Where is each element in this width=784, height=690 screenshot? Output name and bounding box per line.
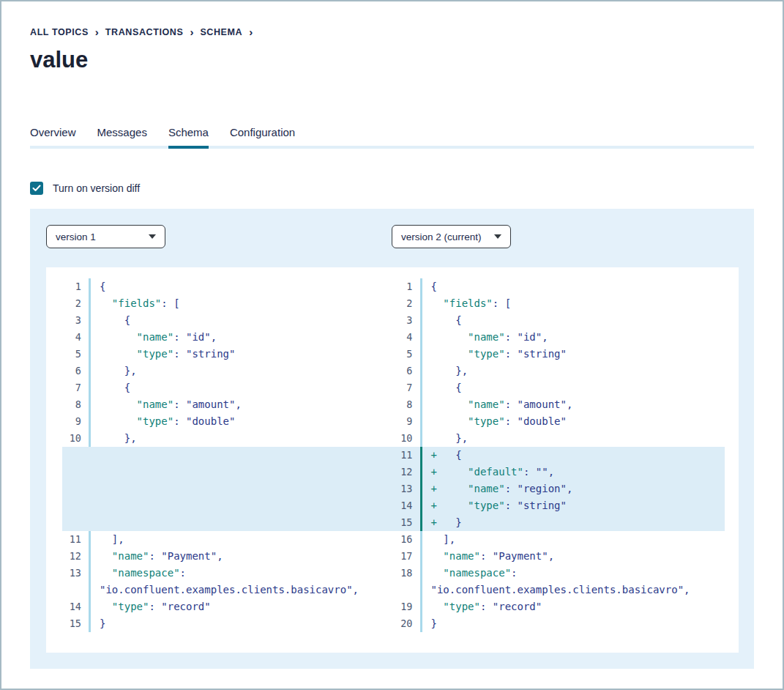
code-line-right: "namespace": xyxy=(422,565,725,582)
line-number-right: 14 xyxy=(394,497,420,514)
tab-messages[interactable]: Messages xyxy=(97,126,147,149)
schema-diff-viewer: 1{1{2 "fields": [2 "fields": [3 {3 {4 "n… xyxy=(46,267,739,653)
diff-row: 5 "type": "string"5 "type": "string" xyxy=(62,346,725,363)
breadcrumb: ALL TOPICS › TRANSACTIONS › SCHEMA › xyxy=(30,26,754,37)
code-line-left xyxy=(91,497,394,514)
line-number-left xyxy=(62,481,89,497)
added-line-marker: + xyxy=(431,497,437,514)
line-number-left: 14 xyxy=(62,598,89,615)
tab-schema[interactable]: Schema xyxy=(168,126,209,149)
code-line-right: { xyxy=(422,312,725,329)
diff-rows: 1{1{2 "fields": [2 "fields": [3 {3 {4 "n… xyxy=(62,278,725,632)
diff-row: 12 "name": "Payment",17 "name": "Payment… xyxy=(62,548,725,565)
code-line-left: }, xyxy=(91,430,394,447)
code-line-right: "type": "string" xyxy=(422,346,725,363)
line-number-left xyxy=(62,514,89,531)
line-number-left: 11 xyxy=(62,531,89,548)
page-title: value xyxy=(30,47,754,73)
code-line-right: { xyxy=(422,278,725,295)
code-line-left: "type": "record" xyxy=(91,598,394,615)
line-number-right: 16 xyxy=(394,531,420,548)
diff-row: 8 "name": "amount",8 "name": "amount", xyxy=(62,396,725,413)
diff-row-added: 14+ "type": "string" xyxy=(62,497,725,514)
code-line-right: + { xyxy=(422,447,725,464)
version-diff-toggle-row: Turn on version diff xyxy=(30,182,754,195)
diff-row: 14 "type": "record"19 "type": "record" xyxy=(62,598,725,615)
line-number-right: 15 xyxy=(394,514,420,531)
line-number-right: 10 xyxy=(394,430,420,447)
code-line-right: }, xyxy=(422,430,725,447)
diff-row: 13 "namespace": 18 "namespace": xyxy=(62,565,725,582)
code-line-left: "type": "double" xyxy=(91,413,394,430)
line-number-right: 1 xyxy=(394,278,420,295)
version-diff-label: Turn on version diff xyxy=(53,182,140,194)
diff-row-added: 12+ "default": "", xyxy=(62,464,725,481)
code-line-left xyxy=(91,481,394,497)
line-number-left: 12 xyxy=(62,548,89,565)
line-number-left xyxy=(62,582,89,598)
added-line-marker: + xyxy=(431,447,437,464)
line-number-left: 8 xyxy=(62,396,89,413)
code-line-right: "fields": [ xyxy=(422,295,725,312)
chevron-right-icon: › xyxy=(249,28,253,37)
tab-bar: Overview Messages Schema Configuration xyxy=(30,126,754,149)
version-selector-row: version 1 version 2 (current) xyxy=(46,225,739,248)
line-number-right: 2 xyxy=(394,295,420,312)
line-number-right: 12 xyxy=(394,464,420,481)
diff-row: 10 },10 }, xyxy=(62,430,725,447)
line-number-left: 15 xyxy=(62,615,89,632)
code-line-right: "io.confluent.examples.clients.basicavro… xyxy=(422,582,725,598)
added-line-marker: + xyxy=(431,481,437,497)
line-number-right: 13 xyxy=(394,481,420,497)
line-number-left: 10 xyxy=(62,430,89,447)
diff-row: "io.confluent.examples.clients.basicavro… xyxy=(62,582,725,598)
caret-down-icon xyxy=(149,234,156,239)
code-line-left: "io.confluent.examples.clients.basicavro… xyxy=(91,582,394,598)
tab-configuration[interactable]: Configuration xyxy=(230,126,295,149)
tab-overview[interactable]: Overview xyxy=(30,126,76,149)
line-number-right: 7 xyxy=(394,379,420,396)
chevron-right-icon: › xyxy=(95,28,99,37)
code-line-left: "type": "string" xyxy=(91,346,394,363)
code-line-left: { xyxy=(91,379,394,396)
breadcrumb-transactions[interactable]: TRANSACTIONS xyxy=(105,27,184,37)
breadcrumb-all-topics[interactable]: ALL TOPICS xyxy=(30,27,89,37)
diff-row: 9 "type": "double"9 "type": "double" xyxy=(62,413,725,430)
version-select-right-value: version 2 (current) xyxy=(401,231,482,242)
code-line-left: { xyxy=(91,278,394,295)
line-number-right: 11 xyxy=(394,447,420,464)
code-line-right: + "default": "", xyxy=(422,464,725,481)
line-number-right: 9 xyxy=(394,413,420,430)
diff-row: 11 ],16 ], xyxy=(62,531,725,548)
code-line-right: "name": "id", xyxy=(422,329,725,346)
line-number-left: 4 xyxy=(62,329,89,346)
diff-row-added: 11+ { xyxy=(62,447,725,464)
version-diff-checkbox[interactable] xyxy=(30,182,43,195)
code-line-right: + "name": "region", xyxy=(422,481,725,497)
code-line-right: + "type": "string" xyxy=(422,497,725,514)
breadcrumb-schema[interactable]: SCHEMA xyxy=(200,27,242,37)
code-line-left xyxy=(91,464,394,481)
code-line-right: }, xyxy=(422,363,725,379)
code-line-right: ], xyxy=(422,531,725,548)
caret-down-icon xyxy=(494,234,501,239)
line-number-right: 6 xyxy=(394,363,420,379)
line-number-left xyxy=(62,497,89,514)
diff-row: 2 "fields": [2 "fields": [ xyxy=(62,295,725,312)
diff-row: 1{1{ xyxy=(62,278,725,295)
line-number-right: 17 xyxy=(394,548,420,565)
code-line-left: "namespace": xyxy=(91,565,394,582)
chevron-right-icon: › xyxy=(190,28,193,37)
line-number-right xyxy=(394,582,420,598)
code-line-right: { xyxy=(422,379,725,396)
code-line-left: "name": "Payment", xyxy=(91,548,394,565)
diff-row: 4 "name": "id",4 "name": "id", xyxy=(62,329,725,346)
version-select-right[interactable]: version 2 (current) xyxy=(392,225,511,248)
line-number-right: 8 xyxy=(394,396,420,413)
line-number-left: 1 xyxy=(62,278,89,295)
line-number-left xyxy=(62,464,89,481)
version-select-left[interactable]: version 1 xyxy=(46,225,165,248)
diff-panel: version 1 version 2 (current) 1{1{2 "fie… xyxy=(30,209,754,669)
diff-row: 3 {3 { xyxy=(62,312,725,329)
line-number-right: 18 xyxy=(394,565,420,582)
